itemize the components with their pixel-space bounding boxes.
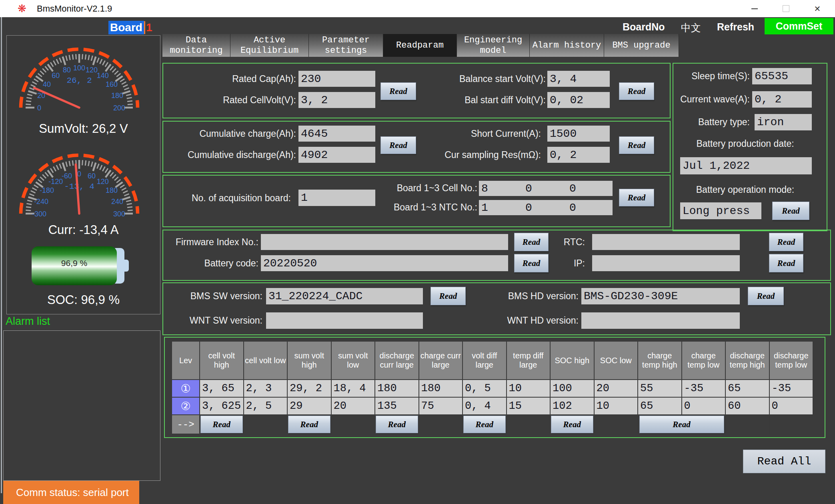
svg-text:-120: -120 xyxy=(48,178,63,186)
read-col-sumvolt-button[interactable]: Read xyxy=(288,416,330,433)
svg-text:60: 60 xyxy=(88,172,96,180)
battery-percent: 96,9 % xyxy=(32,258,117,268)
read-rated-button[interactable]: Read xyxy=(380,82,416,100)
battery-code-field[interactable]: 20220520 xyxy=(261,255,508,271)
cur-sampling-field[interactable]: 0, 2 xyxy=(547,147,610,163)
battery-code-label: Battery code: xyxy=(162,257,258,269)
refresh-button[interactable]: Refresh xyxy=(717,21,754,33)
tab-data-monitoring[interactable]: Data monitoring xyxy=(162,34,230,57)
read-hd-button[interactable]: Read xyxy=(748,287,784,305)
svg-text:-60: -60 xyxy=(62,172,72,180)
tab-parameter-settings[interactable]: Parameter settings xyxy=(309,34,383,57)
read-acquisition-button[interactable]: Read xyxy=(619,189,654,206)
svg-text:240: 240 xyxy=(111,198,123,206)
cell-no-field-1[interactable]: 8 xyxy=(479,181,525,196)
table-row: ② 3, 6252, 52920135750, 41510210650600 xyxy=(172,397,813,415)
alarm-level-table: Levcell volt highcell volt lowsum volt h… xyxy=(171,341,813,434)
wnt-hd-field[interactable] xyxy=(581,312,740,329)
svg-text:120: 120 xyxy=(86,66,98,74)
read-col-discharge-button[interactable]: Read xyxy=(376,416,418,433)
sumvolt-gauge: 02040608010012014016018020026, 2 xyxy=(7,40,160,111)
balance-start-label: Balance start Volt(V): xyxy=(418,73,546,85)
read-all-button[interactable]: Read All xyxy=(743,450,825,473)
read-col-soc-button[interactable]: Read xyxy=(551,416,593,433)
read-rtc-button[interactable]: Read xyxy=(769,233,803,251)
read-ip-button[interactable]: Read xyxy=(769,254,803,272)
bms-hd-label: BMS HD version: xyxy=(483,290,579,302)
ntc-no-field-1[interactable]: 1 xyxy=(479,200,525,215)
svg-text:180: 180 xyxy=(106,186,118,194)
maximize-button[interactable] xyxy=(772,0,800,17)
cum-charge-label: Cumulative charge(Ah): xyxy=(164,128,296,140)
minimize-button[interactable] xyxy=(741,0,769,17)
current-caption: Curr: -13,4 A xyxy=(7,223,160,237)
bal-diff-label: Bal start diff Volt(V): xyxy=(418,94,546,106)
bms-sw-label: BMS SW version: xyxy=(166,290,262,302)
read-col-voltdiff-button[interactable]: Read xyxy=(463,416,506,433)
read-mode-button[interactable]: Read xyxy=(772,202,809,220)
tab-engineering-model[interactable]: Engineering model xyxy=(457,34,530,57)
read-firmware-button[interactable]: Read xyxy=(514,233,549,251)
arrow-cell: --> xyxy=(172,415,200,434)
current-wave-field[interactable]: 0, 2 xyxy=(752,91,812,108)
bms-hd-field[interactable]: BMS-GD230-309E xyxy=(581,288,740,304)
battery-type-label: Battery type: xyxy=(622,116,750,128)
board-selector[interactable]: Board 1 xyxy=(108,21,152,34)
firmware-label: Firmware Index No.: xyxy=(162,236,258,248)
read-short-button[interactable]: Read xyxy=(619,136,654,154)
acq-board-label: No. of acquisition board: xyxy=(163,192,291,204)
production-date-field[interactable]: Jul 1,2022 xyxy=(680,157,812,174)
cell-no-field-2[interactable]: 0 xyxy=(523,181,569,196)
bal-diff-field[interactable]: 0, 02 xyxy=(547,92,610,108)
svg-text:0: 0 xyxy=(77,170,81,178)
read-col-chargetemp-button[interactable]: Read xyxy=(639,416,724,433)
firmware-field[interactable] xyxy=(261,234,508,250)
close-button[interactable]: ✕ xyxy=(803,0,831,17)
svg-text:40: 40 xyxy=(43,80,51,88)
sleep-time-field[interactable]: 65535 xyxy=(752,68,812,84)
board-caret xyxy=(144,21,145,34)
window-title: BmsMonitor-V2.1.9 xyxy=(37,4,112,14)
short-current-field[interactable]: 1500 xyxy=(547,126,610,142)
svg-text:180: 180 xyxy=(111,92,123,100)
rtc-field[interactable] xyxy=(592,234,740,250)
tab-bms-upgrade[interactable]: BMS upgrade xyxy=(604,34,679,57)
read-sw-button[interactable]: Read xyxy=(431,287,466,305)
cum-charge-field[interactable]: 4645 xyxy=(298,126,375,142)
svg-text:300: 300 xyxy=(113,210,125,217)
titlebar: ❋ BmsMonitor-V2.1.9 ✕ xyxy=(0,0,835,17)
ntc-no-field-3[interactable]: 0 xyxy=(567,200,613,215)
svg-text:200: 200 xyxy=(113,104,125,111)
wnt-sw-field[interactable] xyxy=(266,312,423,329)
current-wave-label: Current wave(A): xyxy=(622,93,750,105)
ntc-no-field-2[interactable]: 0 xyxy=(523,200,569,215)
tab-alarm-history[interactable]: Alarm history xyxy=(530,34,604,57)
tab-readparam[interactable]: Readparam xyxy=(383,34,457,57)
language-button[interactable]: 中文 xyxy=(681,21,701,34)
read-code-button[interactable]: Read xyxy=(514,254,549,272)
board-number: 1 xyxy=(146,21,152,34)
operation-mode-field[interactable]: Long press xyxy=(680,202,761,219)
rated-cellvolt-field[interactable]: 3, 2 xyxy=(298,92,375,108)
boardno-button[interactable]: BoardNo xyxy=(623,21,665,33)
svg-text:0: 0 xyxy=(37,104,41,111)
sumvolt-caption: SumVolt: 26,2 V xyxy=(7,122,160,136)
table-header-row: Levcell volt highcell volt lowsum volt h… xyxy=(172,341,813,380)
balance-start-field[interactable]: 3, 4 xyxy=(547,71,610,87)
svg-text:140: 140 xyxy=(97,72,109,80)
read-cumulative-button[interactable]: Read xyxy=(380,136,416,154)
battery-type-field[interactable]: iron xyxy=(755,114,812,130)
alarm-list-box[interactable] xyxy=(3,330,160,481)
read-col-cellvolt-button[interactable]: Read xyxy=(200,416,243,433)
svg-text:120: 120 xyxy=(97,178,109,186)
tab-active-equilibrium[interactable]: Active Equilibrium xyxy=(230,34,309,57)
ip-label: IP: xyxy=(545,257,585,269)
cum-discharge-field[interactable]: 4902 xyxy=(298,147,375,163)
commset-button[interactable]: CommSet xyxy=(765,18,833,34)
bms-sw-field[interactable]: 31_220224_CADC xyxy=(266,288,423,304)
current-gauge: -300-240-180-120-60060120180240300-13, 4 xyxy=(7,146,160,217)
ip-field[interactable] xyxy=(592,255,740,271)
svg-text:100: 100 xyxy=(73,64,85,72)
rated-cap-field[interactable]: 230 xyxy=(298,71,375,87)
cell-no-field-3[interactable]: 0 xyxy=(567,181,613,196)
